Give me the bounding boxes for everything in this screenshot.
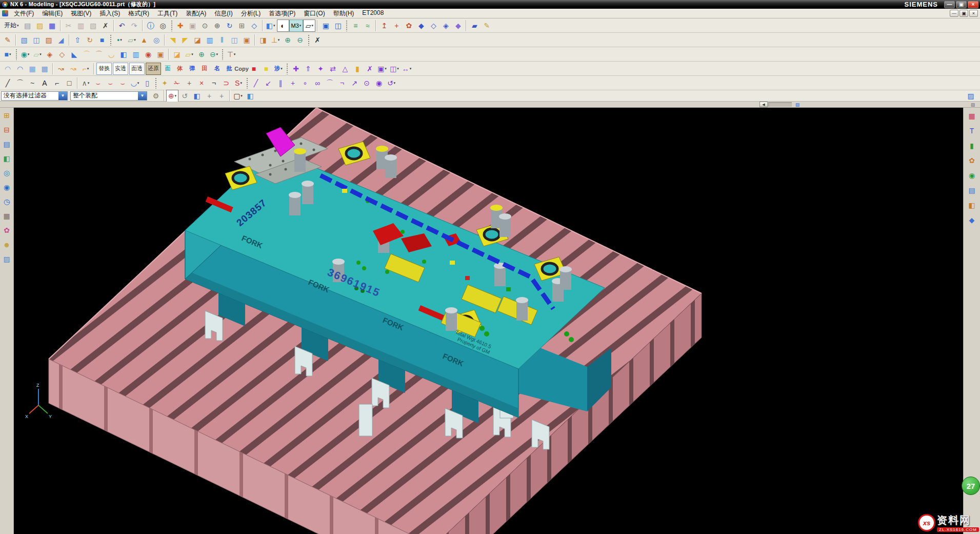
paint-select-icon[interactable]: ◧ (191, 90, 203, 102)
cylinder-curve-icon[interactable]: ▯ (141, 77, 153, 89)
rib-pair-icon[interactable]: ‖ (216, 34, 228, 46)
rectangle-select-icon-dropdown[interactable]: ▾ (241, 94, 243, 98)
subtract2-icon-dropdown[interactable]: ▾ (216, 52, 218, 56)
blade-right-icon[interactable]: ◤ (179, 34, 191, 46)
face-translucent-button[interactable]: 面透 (129, 63, 145, 75)
datum-csys-icon[interactable]: + (390, 19, 403, 32)
orient-view-cube-icon[interactable]: ◧▾ (265, 19, 277, 32)
dock-document-icon[interactable]: ▤ (966, 184, 978, 196)
assembly-dim-icon-dropdown[interactable]: ▾ (410, 67, 412, 71)
plot-grid-icon[interactable]: ▨ (794, 102, 801, 107)
mirror-assembly-icon[interactable]: ◫▾ (388, 63, 401, 75)
menu-file[interactable]: 文件(F) (10, 9, 38, 18)
lift-component-icon[interactable]: ⇑ (302, 63, 314, 75)
assembly-dim-icon[interactable]: ↔▾ (401, 63, 413, 75)
suppress-icon[interactable]: ✗ (364, 63, 376, 75)
selection-filter-combo[interactable]: 没有选择过滤器 ▼ (1, 91, 68, 101)
selection-scope-dropdown[interactable]: ▼ (138, 92, 147, 100)
selection-filter-dropdown[interactable]: ▼ (58, 92, 67, 100)
polyline-icon-dropdown[interactable]: ▾ (88, 81, 90, 85)
menu-preferences[interactable]: 首选项(P) (265, 9, 299, 18)
boolean-unite-icon[interactable]: ◉▾ (19, 48, 31, 61)
hide-icon[interactable]: ◇ (427, 19, 439, 32)
edit-parameters-icon[interactable]: ✦ (158, 77, 171, 89)
cone-icon[interactable]: ▲ (138, 34, 150, 46)
text-icon[interactable]: A (38, 77, 51, 89)
mirror-assembly-icon-dropdown[interactable]: ▾ (397, 67, 399, 71)
window-minimize-button[interactable]: — (944, 1, 955, 8)
swept-surface-icon[interactable]: ▩ (38, 63, 51, 75)
feature-cube-icon[interactable]: ■▾ (2, 48, 14, 61)
rendering-style-icon[interactable]: ◐ (277, 19, 289, 32)
orient-view-cube-icon-dropdown[interactable]: ▾ (273, 24, 275, 28)
trim-curve-icon[interactable]: ✁ (171, 77, 183, 89)
internet-explorer-icon[interactable]: ◉ (1, 182, 12, 193)
subtract-icon[interactable]: ⊖ (294, 34, 306, 46)
zoom-in-out-icon[interactable]: ⊕ (211, 19, 224, 32)
profile-icon[interactable]: ⌐ (51, 77, 63, 89)
m3-view-box-dropdown[interactable]: ▾ (299, 24, 302, 28)
pattern-component-icon[interactable]: ▣▾ (376, 63, 388, 75)
point-icon-dropdown[interactable]: ▾ (120, 38, 122, 42)
sketch-corner-icon[interactable]: ¬ (336, 77, 348, 89)
sketch-circle-dot2-icon[interactable]: ◉ (373, 77, 385, 89)
perspective-icon[interactable]: ◇ (248, 19, 261, 32)
layer-visible-icon[interactable]: ≈ (362, 19, 374, 32)
section-cube-icon[interactable]: ◫ (228, 34, 241, 46)
split-body-icon-dropdown[interactable]: ▾ (278, 38, 280, 42)
information-icon[interactable]: ⓘ (145, 19, 157, 32)
window-restore-button[interactable]: ▣ (956, 1, 967, 8)
unite2-icon[interactable]: ⊕ (195, 48, 208, 61)
child-close-button[interactable]: × (969, 10, 978, 17)
menu-tools[interactable]: 工具(T) (153, 9, 182, 18)
save-icon[interactable]: ▦ (46, 19, 58, 32)
datum-plane-icon-dropdown[interactable]: ▾ (134, 38, 136, 42)
menu-window[interactable]: 窗口(O) (299, 9, 329, 18)
step-surface-icon[interactable]: ⌐▾ (79, 63, 92, 75)
edit-display-icon[interactable]: ◆ (452, 19, 464, 32)
menu-view[interactable]: 视图(V) (67, 9, 95, 18)
curve-mesh-icon[interactable]: ▦ (26, 63, 38, 75)
menu-format[interactable]: 格式(R) (124, 9, 153, 18)
find-component-icon[interactable]: ◎ (157, 19, 169, 32)
fillet3-icon[interactable]: ⌣ (116, 77, 129, 89)
measure-distance-icon[interactable]: ▰ (468, 19, 481, 32)
extrude-icon[interactable]: ⇧ (71, 34, 84, 46)
replace-button[interactable]: 替换 (96, 63, 112, 75)
sketch-circles-icon[interactable]: ∞ (311, 77, 324, 89)
corner-icon[interactable]: ¬ (208, 77, 220, 89)
sketch-plane-icon[interactable]: ▱▾ (31, 48, 44, 61)
tube-icon[interactable]: ◎ (150, 34, 163, 46)
rectangle-select-icon[interactable]: ▢▾ (232, 90, 244, 102)
orbit-select-icon[interactable]: ↺ (178, 90, 191, 102)
blade-left-icon[interactable]: ◥ (167, 34, 179, 46)
layer-settings-icon[interactable]: ≡ (349, 19, 362, 32)
offset-curve-icon-dropdown[interactable]: ▾ (240, 81, 242, 85)
block-icon[interactable]: ▧ (18, 34, 30, 46)
new-file-icon[interactable]: ▤ (22, 19, 34, 32)
part-navigator-icon[interactable]: ▤ (1, 139, 12, 150)
sketch-vector-icon[interactable]: ↙ (262, 77, 274, 89)
curve-fillet-icon[interactable]: × (195, 77, 208, 89)
child-minimize-button[interactable]: — (950, 10, 958, 17)
system-scenes-icon[interactable]: ▨ (1, 253, 12, 265)
solid-translucent-button[interactable]: 实透 (113, 63, 128, 75)
batch-char-icon[interactable]: 批 (223, 63, 235, 75)
trim-body-icon[interactable]: ◨ (257, 34, 269, 46)
line-icon[interactable]: ╱ (2, 77, 14, 89)
split-body-icon[interactable]: ⊥▾ (269, 34, 282, 46)
offset-curve-icon[interactable]: S▾ (232, 77, 245, 89)
window-new-icon[interactable]: ◫ (332, 19, 344, 32)
boss-icon[interactable]: ◉ (142, 48, 154, 61)
menu-help[interactable]: 帮助(H) (329, 9, 358, 18)
roles-icon[interactable]: ☻ (1, 239, 12, 250)
snap-point-icon[interactable]: ⊕▾ (166, 90, 178, 102)
menu-information[interactable]: 信息(I) (210, 9, 236, 18)
copy-mini-icon[interactable]: Copy (235, 63, 248, 75)
yellow-cube-icon[interactable]: ■ (260, 63, 272, 75)
annotation-pencil-icon[interactable]: ✎ (481, 19, 493, 32)
dock-palette-icon[interactable]: ✿ (966, 154, 978, 167)
pocket-icon[interactable]: ▣ (154, 48, 167, 61)
sketch-plane-icon-dropdown[interactable]: ▾ (39, 52, 42, 56)
face-char-icon[interactable]: 面 (162, 63, 174, 75)
